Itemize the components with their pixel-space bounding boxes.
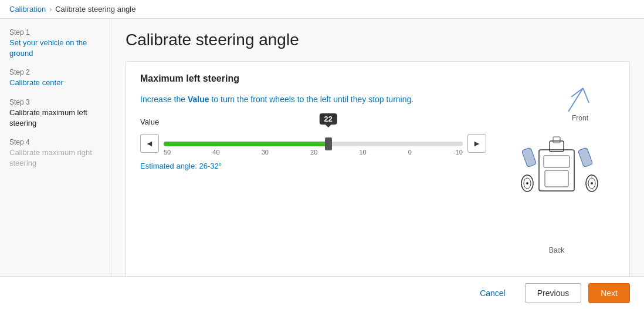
svg-line-2 [571,88,583,97]
breadcrumb-current: Calibrate steering angle [55,5,135,14]
instruction-prefix: Increase the [140,95,188,104]
estimated-angle: Estimated angle: 26-32° [140,162,486,170]
sidebar-step-1-number: Step 1 [9,28,101,36]
content-area: Calibrate steering angle Maximum left st… [111,19,644,276]
instruction-suffix: to turn the front wheels to the left unt… [209,95,414,104]
svg-rect-8 [578,147,592,167]
main-card: Maximum left steering Increase the Value… [126,61,630,276]
svg-point-11 [526,182,528,184]
previous-button[interactable]: Previous [525,283,581,303]
svg-text:Front: Front [572,114,589,122]
slider-increment-button[interactable]: ► [467,134,486,153]
sidebar-step-1: Step 1 Set your vehicle on the ground [9,28,101,59]
slider-ticks: 50 40 30 20 10 0 -10 [164,149,463,156]
robot-svg: Front [504,79,609,261]
breadcrumb-separator: › [49,5,52,14]
sidebar-step-3-label: Calibrate maximum left steering [9,108,101,129]
svg-rect-5 [544,156,570,167]
main-layout: Step 1 Set your vehicle on the ground St… [0,19,644,276]
slider-thumb[interactable] [325,137,332,150]
next-button[interactable]: Next [588,283,630,303]
tick-neg10: -10 [453,149,463,156]
tick-20: 20 [310,149,317,156]
value-label: Value [140,117,486,126]
slider-value-bubble: 22 [319,113,337,125]
svg-rect-7 [521,147,536,167]
cancel-button[interactable]: Cancel [467,283,518,303]
sidebar-step-2-label[interactable]: Calibrate center [9,78,101,88]
sidebar-step-1-label[interactable]: Set your vehicle on the ground [9,38,101,59]
svg-line-0 [568,88,583,112]
slider-decrement-button[interactable]: ◄ [140,134,159,153]
svg-rect-6 [545,170,568,187]
sidebar-step-4: Step 4 Calibrate maximum right steering [9,138,101,169]
sidebar-step-3-number: Step 3 [9,98,101,106]
tick-40: 40 [212,149,219,156]
slider-wrapper: 22 50 40 30 20 10 0 -10 [164,131,463,156]
page-title: Calibrate steering angle [126,31,630,49]
breadcrumb-parent[interactable]: Calibration [9,5,46,14]
sidebar-step-2: Step 2 Calibrate center [9,68,101,88]
front-arrow: Front [568,88,589,122]
sidebar-step-3: Step 3 Calibrate maximum left steering [9,98,101,129]
right-arrow-icon: ► [473,139,481,148]
tick-50: 50 [164,149,171,156]
instruction-text: Increase the Value to turn the front whe… [140,93,486,106]
card-right: Front [486,73,615,267]
breadcrumb-bar: Calibration › Calibrate steering angle [0,0,644,19]
tick-30: 30 [262,149,269,156]
section-title: Maximum left steering [140,73,486,84]
tick-0: 0 [408,149,412,156]
back-label: Back [549,246,565,254]
svg-point-14 [591,182,593,184]
slider-container: ◄ 22 50 40 30 20 10 [140,131,486,156]
sidebar-step-4-label: Calibrate maximum right steering [9,147,101,169]
svg-line-1 [583,88,589,103]
card-left: Maximum left steering Increase the Value… [140,73,486,267]
footer: Cancel Previous Next [0,276,644,309]
tick-10: 10 [359,149,366,156]
left-arrow-icon: ◄ [145,139,154,148]
slider-track[interactable] [164,142,463,146]
instruction-bold: Value [188,95,209,104]
sidebar: Step 1 Set your vehicle on the ground St… [0,19,111,276]
sidebar-step-4-number: Step 4 [9,138,101,146]
svg-rect-16 [553,137,560,143]
sidebar-step-2-number: Step 2 [9,68,101,76]
robot-body [521,137,598,192]
slider-fill [164,142,328,146]
